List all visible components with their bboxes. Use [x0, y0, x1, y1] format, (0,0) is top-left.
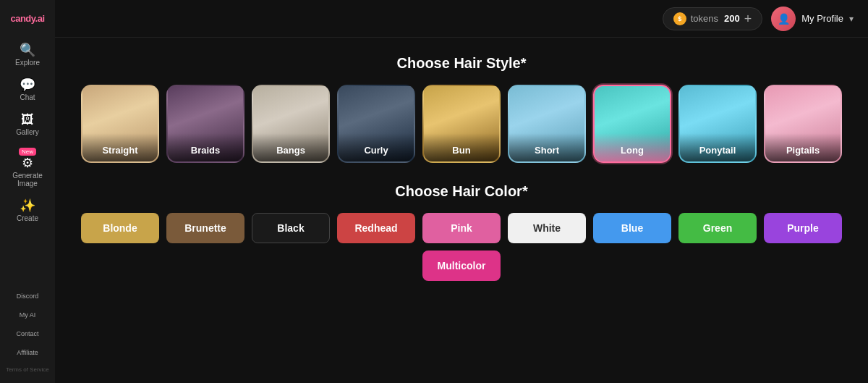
logo: candy.ai: [10, 7, 44, 29]
terms-of-service[interactable]: Terms of Service: [3, 363, 52, 376]
style-card-braids[interactable]: Braids: [166, 85, 244, 163]
explore-icon: 🔍: [20, 43, 35, 56]
sidebar-item-chat[interactable]: 💬 Chat: [4, 74, 51, 106]
style-card-ponytail[interactable]: Ponytail: [678, 85, 757, 163]
sidebar-bottom: Discord My AI Contact Affiliate Terms of…: [0, 288, 55, 376]
color-btn-blue[interactable]: Blue: [593, 213, 671, 243]
hair-style-section: Choose Hair Style* Straight Braids Bangs…: [77, 55, 846, 163]
tokens-badge: $ tokens 200 +: [663, 7, 763, 30]
style-label-straight: Straight: [82, 133, 158, 161]
style-label-ponytail: Ponytail: [680, 133, 755, 161]
sidebar: candy.ai 🔍 Explore 💬 Chat 🖼 Gallery New …: [0, 0, 55, 383]
sidebar-item-label: Chat: [20, 93, 35, 101]
color-btn-pink[interactable]: Pink: [422, 213, 501, 243]
sidebar-item-generate[interactable]: New ⚙ GenerateImage: [4, 143, 51, 192]
sidebar-item-my-ai[interactable]: My AI: [4, 307, 51, 323]
style-label-bun: Bun: [424, 133, 499, 161]
sidebar-item-label: Explore: [15, 59, 40, 67]
sidebar-item-label: Create: [17, 214, 38, 222]
sidebar-item-explore[interactable]: 🔍 Explore: [4, 39, 51, 71]
style-label-pigtails: Pigtails: [765, 133, 841, 161]
style-label-short: Short: [509, 133, 584, 161]
style-label-long: Long: [595, 133, 670, 161]
style-card-curly[interactable]: Curly: [337, 85, 415, 163]
main-content: Choose Hair Style* Straight Braids Bangs…: [55, 38, 868, 383]
new-badge: New: [19, 148, 36, 156]
style-label-curly: Curly: [339, 133, 414, 161]
style-card-bangs[interactable]: Bangs: [252, 85, 330, 163]
color-btn-purple[interactable]: Purple: [764, 213, 842, 243]
sidebar-item-gallery[interactable]: 🖼 Gallery: [4, 109, 51, 140]
profile-label: My Profile: [801, 13, 843, 24]
add-tokens-button[interactable]: +: [744, 12, 752, 25]
sidebar-item-affiliate[interactable]: Affiliate: [4, 345, 51, 361]
color-btn-multicolor[interactable]: Multicolor: [422, 251, 501, 281]
color-btn-brunette[interactable]: Brunette: [166, 213, 244, 243]
style-card-straight[interactable]: Straight: [81, 85, 159, 163]
style-card-bun[interactable]: Bun: [422, 85, 501, 163]
tokens-label: tokens: [691, 13, 718, 24]
profile-area[interactable]: 👤 My Profile ▾: [771, 7, 854, 31]
color-btn-black[interactable]: Black: [252, 213, 330, 243]
style-card-long[interactable]: Long: [593, 85, 671, 163]
color-btn-blonde[interactable]: Blonde: [81, 213, 159, 243]
gallery-icon: 🖼: [21, 113, 34, 126]
avatar: 👤: [771, 7, 796, 31]
color-btn-redhead[interactable]: Redhead: [337, 213, 415, 243]
logo-text: candy.ai: [10, 13, 44, 24]
sidebar-item-contact[interactable]: Contact: [4, 326, 51, 342]
chat-icon: 💬: [20, 78, 35, 91]
color-btn-white[interactable]: White: [508, 213, 586, 243]
hair-color-grid: Blonde Brunette Black Redhead Pink White…: [77, 213, 846, 281]
hair-style-grid: Straight Braids Bangs Curly Bun Short: [77, 85, 846, 163]
header: $ tokens 200 + 👤 My Profile ▾: [55, 0, 868, 38]
sidebar-item-discord[interactable]: Discord: [4, 288, 51, 304]
style-label-braids: Braids: [168, 133, 243, 161]
token-coin-icon: $: [673, 12, 686, 25]
style-card-pigtails[interactable]: Pigtails: [764, 85, 842, 163]
sidebar-item-label: Gallery: [16, 128, 39, 136]
style-card-short[interactable]: Short: [508, 85, 586, 163]
color-btn-green[interactable]: Green: [678, 213, 757, 243]
chevron-down-icon: ▾: [849, 14, 854, 24]
sidebar-item-label: GenerateImage: [12, 172, 43, 188]
style-label-bangs: Bangs: [253, 133, 328, 161]
hair-color-section: Choose Hair Color* Blonde Brunette Black…: [77, 183, 846, 281]
tokens-amount: 200: [724, 13, 740, 24]
hair-color-title: Choose Hair Color*: [77, 183, 846, 200]
sidebar-item-create[interactable]: ✨ Create: [4, 195, 51, 227]
create-icon: ✨: [20, 199, 35, 212]
hair-style-title: Choose Hair Style*: [77, 55, 846, 72]
generate-icon: ⚙: [22, 156, 33, 169]
